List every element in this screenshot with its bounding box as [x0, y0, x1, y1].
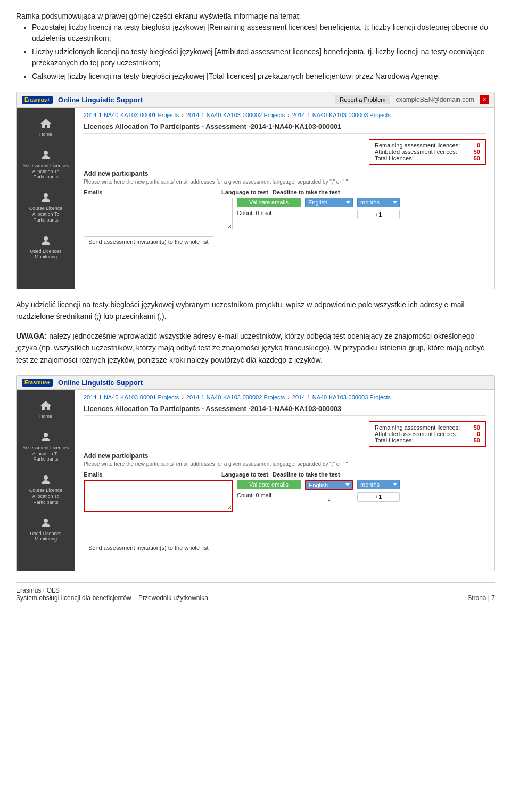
- app-layout-2: Home Assessment Licences Allocation To P…: [17, 390, 494, 571]
- validate-emails-button-2[interactable]: Validate emails: [237, 480, 301, 489]
- footer: Erasmus+ OLS System obsługi licencji dla…: [16, 582, 495, 602]
- page-title-2: Licences Allocation To Participants - As…: [84, 405, 486, 416]
- app-layout-1: Home Assessment Licences Allocation To P…: [17, 108, 494, 289]
- remaining-value-2: 50: [474, 424, 480, 431]
- language-select-2[interactable]: English French German: [305, 480, 353, 490]
- breadcrumb-item-2[interactable]: 2014-1-NA40-KA103-000002 Projects: [186, 112, 285, 118]
- add-section-desc-2: Please write here the new participants' …: [84, 461, 486, 467]
- svg-point-4: [44, 475, 48, 480]
- svg-point-1: [44, 193, 48, 198]
- sidebar-item-home-2[interactable]: Home: [17, 395, 75, 424]
- assessment-icon: [39, 149, 52, 161]
- add-section-desc-1: Please write here the new participants' …: [84, 179, 486, 185]
- user-email: exampleBEN@domain.com: [395, 96, 474, 103]
- attributed-value-2: 0: [477, 431, 480, 437]
- report-problem-button[interactable]: Report a Problem: [335, 95, 390, 104]
- validate-emails-button-1[interactable]: Validate emails: [237, 198, 301, 207]
- sidebar-label-monitoring-2: Used Licences Monitoring: [19, 531, 72, 543]
- eu-logo: Erasmus+: [22, 96, 53, 104]
- language-select-1[interactable]: English French German: [305, 198, 353, 207]
- close-button[interactable]: ×: [480, 95, 489, 104]
- sidebar-label-assessment-2: Assessment Licences Allocation To Partic…: [19, 445, 72, 462]
- arrow-indicator: ↑: [326, 495, 332, 509]
- ols-window-1: Erasmus+ Online Linguistic Support Repor…: [16, 92, 495, 289]
- total-value: 50: [474, 155, 480, 161]
- svg-point-2: [44, 236, 48, 241]
- uwaga-label: UWAGA:: [16, 332, 47, 340]
- breadcrumb-2: 2014-1-NA40-KA103-00001 Projects › 2014-…: [84, 394, 486, 400]
- titlebar-1: Erasmus+ Online Linguistic Support Repor…: [17, 92, 494, 108]
- plus-button-2[interactable]: +1: [357, 492, 400, 502]
- course-icon: [39, 191, 52, 204]
- home-icon-2: [39, 399, 52, 412]
- footer-left: Erasmus+ OLS System obsługi licencji dla…: [16, 587, 208, 602]
- sidebar-label-course: Course Licence Allocation To Participant…: [19, 206, 72, 223]
- deadline-col-label-2: Deadline to take the test: [273, 471, 340, 478]
- body-text-1: Aby udzielić licencji na testy biegłości…: [16, 299, 495, 323]
- sidebar-2: Home Assessment Licences Allocation To P…: [17, 390, 75, 571]
- total-label-2: Total Licences:: [375, 437, 414, 444]
- sidebar-item-course[interactable]: Course Licence Allocation To Participant…: [17, 187, 75, 227]
- remaining-label: Remaining assessment licences:: [375, 142, 460, 149]
- eu-logo-2: Erasmus+: [22, 379, 53, 387]
- form-header-1: Emails Language to test Deadline to take…: [84, 189, 486, 195]
- breadcrumb2-item-3[interactable]: 2014-1-NA40-KA103-000003 Projects: [292, 394, 391, 400]
- monitoring-icon: [39, 234, 52, 247]
- add-section-title-1: Add new participants: [84, 170, 486, 177]
- breadcrumb-item-3[interactable]: 2014-1-NA40-KA103-000003 Projects: [292, 112, 391, 118]
- count-label-1: Count: 0 mail: [237, 210, 301, 216]
- sidebar-item-home[interactable]: Home: [17, 113, 75, 142]
- sidebar-item-assessment-2[interactable]: Assessment Licences Allocation To Partic…: [17, 426, 75, 466]
- svg-point-3: [44, 433, 48, 437]
- footer-line2: System obsługi licencji dla beneficjentó…: [16, 594, 208, 602]
- info-box-1: Remaining assessment licences: 0 Attribu…: [369, 139, 486, 165]
- breadcrumb-1: 2014-1-NA40-KA103-00001 Projects › 2014-…: [84, 112, 486, 118]
- form-row-2: Validate emails Count: 0 mail English Fr…: [84, 480, 486, 512]
- assessment-icon-2: [39, 431, 52, 444]
- lang-col-label-2: Language to test: [221, 471, 268, 478]
- send-invitations-button-1[interactable]: Send assessment invitation(s) to the who…: [84, 236, 213, 247]
- sidebar-label-monitoring: Used Licences Monitoring: [19, 249, 72, 260]
- info-box-2: Remaining assessment licences: 50 Attrib…: [369, 421, 486, 447]
- sidebar-item-assessment[interactable]: Assessment Licences Allocation To Partic…: [17, 144, 75, 184]
- form-header-2: Emails Language to test Deadline to take…: [84, 471, 486, 478]
- total-value-2: 50: [474, 437, 480, 444]
- count-label-2: Count: 0 mail: [237, 492, 301, 498]
- email-textarea-1[interactable]: [84, 198, 233, 229]
- breadcrumb-item-1[interactable]: 2014-1-NA40-KA103-00001 Projects: [84, 112, 179, 118]
- sidebar-item-monitoring-2[interactable]: Used Licences Monitoring: [17, 512, 75, 547]
- main-content-1: 2014-1-NA40-KA103-00001 Projects › 2014-…: [75, 108, 494, 289]
- sidebar-item-course-2[interactable]: Course Licence Allocation To Participant…: [17, 469, 75, 509]
- page-title-1: Licences Allocation To Participants - As…: [84, 122, 486, 134]
- lang-col-label: Language to test: [221, 189, 268, 195]
- form-row-1: Validate emails Count: 0 mail English Fr…: [84, 198, 486, 229]
- breadcrumb2-item-2[interactable]: 2014-1-NA40-KA103-000002 Projects: [186, 394, 285, 400]
- course-icon-2: [39, 473, 52, 486]
- email-textarea-2[interactable]: [84, 480, 233, 512]
- main-content-2: 2014-1-NA40-KA103-00001 Projects › 2014-…: [75, 390, 494, 571]
- deadline-col-label: Deadline to take the test: [273, 189, 340, 195]
- svg-point-0: [44, 151, 48, 155]
- months-select-1[interactable]: months 1 2: [357, 198, 400, 207]
- plus-button-1[interactable]: +1: [357, 210, 400, 219]
- ols-title-2: Online Linguistic Support: [58, 379, 143, 387]
- attributed-value: 50: [474, 149, 480, 155]
- monitoring-icon-2: [39, 516, 52, 529]
- body-text-2: UWAGA: należy jednocześnie wprowadzić ws…: [16, 330, 495, 366]
- sidebar-label-course-2: Course Licence Allocation To Participant…: [19, 488, 72, 505]
- ols-window-2: Erasmus+ Online Linguistic Support Home …: [16, 375, 495, 571]
- emails-col-label: Emails: [84, 189, 113, 195]
- months-select-2[interactable]: months 1 2: [357, 480, 400, 489]
- emails-col-label-2: Emails: [84, 471, 113, 478]
- attributed-label-2: Attributed assessment licences:: [375, 431, 457, 437]
- sidebar-label-home: Home: [39, 132, 52, 137]
- sidebar-label-assessment: Assessment Licences Allocation To Partic…: [19, 163, 72, 180]
- home-icon: [39, 117, 52, 130]
- send-invitations-button-2[interactable]: Send assessment invitation(s) to the who…: [84, 543, 213, 553]
- intro-text: Ramka podsumowująca w prawej górnej częś…: [16, 11, 495, 82]
- svg-point-5: [44, 519, 48, 523]
- footer-line1: Erasmus+ OLS: [16, 587, 208, 594]
- remaining-value: 0: [477, 142, 480, 149]
- sidebar-item-monitoring[interactable]: Used Licences Monitoring: [17, 230, 75, 265]
- breadcrumb2-item-1[interactable]: 2014-1-NA40-KA103-00001 Projects: [84, 394, 179, 400]
